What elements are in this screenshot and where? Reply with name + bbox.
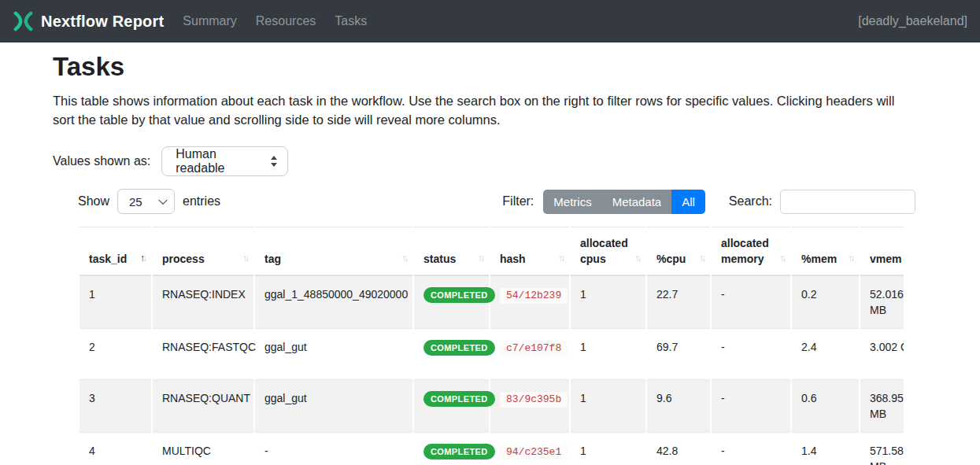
- tasks-table: task_id↑↓ process↑↓ tag↑↓ status↑↓ hash↑…: [78, 227, 904, 465]
- cell-pmem: 1.4: [792, 432, 859, 465]
- show-label: Show: [78, 194, 109, 209]
- sort-icon: ↑↓: [848, 250, 852, 266]
- values-shown-label: Values shown as:: [53, 154, 150, 168]
- column-header-allocated-memory[interactable]: allocated memory↑↓: [712, 227, 790, 276]
- cell-vmem: 368.95 MB: [860, 379, 904, 432]
- table-row[interactable]: 2 RNASEQ:FASTQC ggal_gut COMPLETED c7/e1…: [80, 328, 904, 379]
- cell-status: COMPLETED: [414, 432, 489, 465]
- sort-icon: ↑↓: [558, 250, 563, 266]
- cell-allocated-memory: -: [712, 379, 790, 432]
- cell-pcpu: 22.7: [647, 276, 710, 328]
- brand[interactable]: Nextflow Report: [13, 11, 164, 31]
- table-toolbar: Show 25 entries Filter: Metrics Metadata…: [78, 189, 915, 214]
- status-badge: COMPLETED: [423, 391, 495, 407]
- hash-chip: 54/12b239: [500, 288, 568, 304]
- navbar: Nextflow Report Summary Resources Tasks …: [0, 0, 980, 42]
- nav-item-tasks[interactable]: Tasks: [335, 14, 367, 28]
- column-header-status[interactable]: status↑↓: [414, 227, 489, 276]
- sort-icon: ↑↓: [242, 250, 247, 266]
- nav-item-summary[interactable]: Summary: [183, 14, 236, 28]
- cell-allocated-memory: -: [712, 328, 790, 379]
- cell-tag: ggal_gut: [255, 379, 412, 432]
- datatable-area: Show 25 entries Filter: Metrics Metadata…: [78, 189, 915, 465]
- page-description: This table shows information about each …: [53, 91, 915, 129]
- column-header-allocated-cpus[interactable]: allocated cpus↑↓: [571, 227, 645, 276]
- cell-vmem: 3.002 GB: [860, 328, 904, 379]
- hash-chip: 83/9c395b: [500, 392, 568, 408]
- cell-tag: -: [255, 432, 412, 465]
- cell-allocated-cpus: 1: [571, 276, 645, 328]
- sort-icon: ↑↓: [140, 250, 145, 266]
- values-shown-select[interactable]: Human readable: [161, 146, 288, 176]
- column-header-vmem[interactable]: vmem: [860, 227, 904, 276]
- chevron-down-icon: [158, 196, 167, 205]
- sort-icon: ↑↓: [634, 250, 639, 266]
- cell-tag: ggal_1_48850000_49020000: [255, 276, 412, 328]
- cell-task-id: 2: [80, 328, 151, 379]
- filter-button-metrics[interactable]: Metrics: [543, 190, 601, 214]
- cell-pmem: 0.6: [792, 379, 859, 432]
- show-entries-group: Show 25 entries: [78, 189, 220, 214]
- search-label: Search:: [729, 194, 772, 209]
- nav-item-resources[interactable]: Resources: [256, 14, 316, 28]
- cell-allocated-memory: -: [712, 432, 790, 465]
- cell-allocated-cpus: 1: [571, 379, 645, 432]
- filter-button-all[interactable]: All: [671, 190, 705, 214]
- updown-arrows-icon: [271, 156, 278, 167]
- page-title: Tasks: [53, 52, 915, 82]
- page-length-select[interactable]: 25: [117, 189, 175, 214]
- column-header-process[interactable]: process↑↓: [153, 227, 253, 276]
- cell-pcpu: 42.8: [647, 432, 710, 465]
- page-content: Tasks This table shows information about…: [0, 42, 980, 465]
- cell-pcpu: 9.6: [647, 379, 710, 432]
- status-badge: COMPLETED: [423, 287, 495, 303]
- entries-label: entries: [183, 194, 220, 209]
- cell-process: RNASEQ:QUANT: [153, 379, 253, 432]
- run-name: [deadly_baekeland]: [858, 14, 967, 28]
- cell-status: COMPLETED: [414, 379, 489, 432]
- nav-links: Summary Resources Tasks: [183, 14, 367, 28]
- cell-task-id: 4: [80, 432, 151, 465]
- toolbar-right-group: Filter: Metrics Metadata All Search:: [502, 190, 915, 214]
- cell-pmem: 0.2: [792, 276, 859, 328]
- column-header-task-id[interactable]: task_id↑↓: [80, 227, 151, 276]
- hash-chip: c7/e107f8: [500, 341, 568, 356]
- search-input[interactable]: [780, 190, 915, 214]
- cell-allocated-cpus: 1: [571, 432, 645, 465]
- cell-process: RNASEQ:INDEX: [153, 276, 253, 328]
- filter-button-metadata[interactable]: Metadata: [602, 190, 672, 214]
- values-shown-row: Values shown as: Human readable: [53, 146, 915, 176]
- cell-status: COMPLETED: [414, 276, 489, 328]
- cell-status: COMPLETED: [414, 328, 489, 379]
- cell-hash: 94/c235e1: [490, 432, 569, 465]
- filter-group: Filter: Metrics Metadata All: [502, 190, 705, 214]
- cell-vmem: 571.58 MB: [860, 432, 904, 465]
- cell-process: MULTIQC: [153, 432, 253, 465]
- status-badge: COMPLETED: [423, 444, 495, 459]
- table-scroll-container[interactable]: task_id↑↓ process↑↓ tag↑↓ status↑↓ hash↑…: [78, 227, 904, 465]
- column-header-pcpu[interactable]: %cpu↑↓: [647, 227, 710, 276]
- page-length-selected: 25: [129, 195, 142, 209]
- cell-hash: 83/9c395b: [490, 379, 569, 432]
- cell-hash: 54/12b239: [490, 276, 569, 328]
- filter-button-group: Metrics Metadata All: [543, 190, 705, 214]
- cell-allocated-memory: -: [712, 276, 790, 328]
- cell-allocated-cpus: 1: [571, 328, 645, 379]
- cell-tag: ggal_gut: [255, 328, 412, 379]
- cell-pcpu: 69.7: [647, 328, 710, 379]
- table-row[interactable]: 3 RNASEQ:QUANT ggal_gut COMPLETED 83/9c3…: [80, 379, 904, 432]
- column-header-pmem[interactable]: %mem↑↓: [792, 227, 859, 276]
- cell-pmem: 2.4: [792, 328, 859, 379]
- search-group: Search:: [729, 190, 915, 214]
- nextflow-logo-icon: [13, 11, 34, 31]
- cell-task-id: 3: [80, 379, 151, 432]
- table-header-row: task_id↑↓ process↑↓ tag↑↓ status↑↓ hash↑…: [80, 227, 904, 276]
- hash-chip: 94/c235e1: [500, 445, 568, 460]
- cell-vmem: 52.016 MB: [860, 276, 904, 328]
- cell-hash: c7/e107f8: [490, 328, 569, 379]
- column-header-tag[interactable]: tag↑↓: [255, 227, 412, 276]
- table-row[interactable]: 4 MULTIQC - COMPLETED 94/c235e1 1 42.8 -…: [80, 432, 904, 465]
- table-row[interactable]: 1 RNASEQ:INDEX ggal_1_48850000_49020000 …: [80, 276, 904, 328]
- status-badge: COMPLETED: [423, 340, 495, 356]
- column-header-hash[interactable]: hash↑↓: [490, 227, 569, 276]
